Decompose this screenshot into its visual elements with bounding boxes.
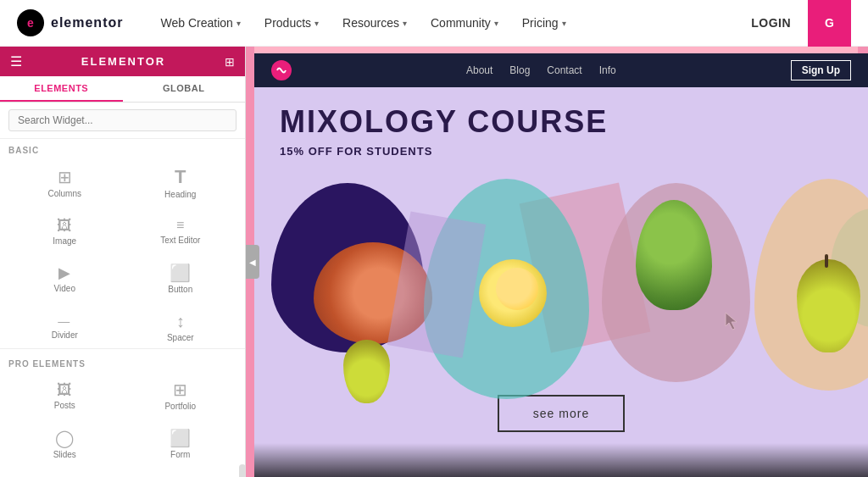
hero-subtitle: 15% OFF FOR STUDENTS	[280, 145, 843, 158]
widget-label: Spacer	[167, 333, 194, 342]
widget-label: Portfolio	[164, 402, 196, 411]
site-link-about[interactable]: About	[466, 64, 492, 76]
chevron-down-icon: ▾	[403, 19, 407, 28]
pro-widgets-grid: 🖼 Posts ⊞ Portfolio ◯ Slides ⬜ Form 👤 ≡	[0, 372, 245, 477]
nav-right: LOGIN G	[734, 0, 851, 47]
nav-community[interactable]: Community ▾	[419, 0, 510, 47]
search-input[interactable]	[8, 109, 236, 131]
columns-icon: ⊞	[58, 169, 72, 186]
widget-button[interactable]: ⬜ Button	[123, 255, 239, 303]
canvas-area: ◀ About Blog Contact Info Sign Up	[246, 47, 868, 477]
logo-text: elementor	[51, 15, 123, 31]
site-navigation: About Blog Contact Info Sign Up	[254, 53, 868, 87]
chevron-down-icon: ▾	[494, 19, 498, 28]
spacer-icon: ↕	[176, 313, 185, 330]
sidebar-tabs: ELEMENTS GLOBAL	[0, 76, 245, 103]
video-icon: ▶	[58, 265, 70, 280]
sidebar-search-area	[0, 103, 245, 139]
widget-form[interactable]: ⬜ Form	[123, 420, 239, 469]
widget-slides[interactable]: ◯ Slides	[7, 420, 123, 469]
widget-label: Text Editor	[160, 236, 200, 245]
get-started-button[interactable]: G	[808, 0, 851, 47]
button-icon: ⬜	[170, 264, 191, 281]
widget-label: Video	[54, 284, 75, 293]
hero-title: MIXOLOGY COURSE	[280, 104, 843, 140]
widget-label: Posts	[54, 401, 75, 410]
section-divider	[0, 348, 245, 349]
small-pear	[343, 340, 390, 403]
site-nav-links: About Blog Contact Info	[317, 64, 765, 76]
basic-section-label: BASIC	[0, 139, 245, 158]
nav-items: Web Creation ▾ Products ▾ Resources ▾ Co…	[148, 0, 734, 47]
main-content: ☰ ELEMENTOR ⊞ ELEMENTS GLOBAL BASIC ⊞ Co…	[0, 47, 868, 477]
widget-portfolio[interactable]: ⊞ Portfolio	[123, 372, 239, 420]
nav-resources[interactable]: Resources ▾	[331, 0, 419, 47]
pro-section-label: PRO ELEMENTS	[0, 352, 245, 372]
widget-label: Slides	[53, 450, 76, 459]
sidebar-brand: ELEMENTOR	[81, 55, 165, 68]
chevron-down-icon: ▾	[562, 19, 566, 28]
form-icon: ⬜	[170, 430, 191, 446]
portfolio-icon: ⊞	[173, 381, 187, 398]
nav-pricing[interactable]: Pricing ▾	[510, 0, 578, 47]
hero-section: MIXOLOGY COURSE 15% OFF FOR STUDENTS	[254, 87, 868, 477]
widget-label: Image	[53, 236, 76, 246]
menu-icon[interactable]: ☰	[10, 53, 22, 69]
nav-products[interactable]: Products ▾	[253, 0, 331, 47]
widget-label: Columns	[48, 189, 81, 198]
sidebar-top-bar: ☰ ELEMENTOR ⊞	[0, 47, 245, 76]
tab-elements[interactable]: ELEMENTS	[0, 76, 123, 102]
widget-video[interactable]: ▶ Video	[7, 255, 123, 303]
widget-label: Heading	[164, 190, 196, 199]
logo-icon: e	[17, 9, 44, 36]
posts-icon: 🖼	[57, 382, 72, 397]
image-icon: 🖼	[57, 218, 72, 233]
login-button[interactable]: LOGIN	[734, 0, 808, 47]
site-link-info[interactable]: Info	[599, 64, 616, 76]
widget-user[interactable]: 👤	[7, 469, 123, 477]
widget-label: Button	[168, 285, 192, 294]
site-link-contact[interactable]: Contact	[547, 64, 581, 76]
divider-icon: —	[58, 315, 71, 327]
widget-text-editor[interactable]: ≡ Text Editor	[123, 208, 239, 255]
widget-columns[interactable]: ⊞ Columns	[7, 158, 123, 208]
widget-label: Form	[170, 450, 190, 459]
basic-widgets-grid: ⊞ Columns T Heading 🖼 Image ≡ Text Edito…	[0, 158, 245, 345]
top-navigation: e elementor Web Creation ▾ Products ▾ Re…	[0, 0, 868, 47]
grid-icon[interactable]: ⊞	[225, 55, 235, 69]
text-editor-icon: ≡	[176, 219, 184, 232]
widget-spacer[interactable]: ↕ Spacer	[123, 303, 239, 345]
slides-icon: ◯	[55, 430, 74, 446]
nav-web-creation[interactable]: Web Creation ▾	[148, 0, 252, 47]
site-logo-icon	[271, 60, 292, 80]
heading-icon: T	[175, 168, 186, 186]
website-mockup: About Blog Contact Info Sign Up MIXOLOGY…	[254, 53, 868, 477]
logo-area[interactable]: e elementor	[17, 9, 123, 36]
chevron-down-icon: ▾	[236, 19, 241, 28]
chevron-down-icon: ▾	[314, 19, 319, 28]
widget-image[interactable]: 🖼 Image	[7, 208, 123, 255]
tab-global[interactable]: GLOBAL	[123, 76, 246, 102]
logo-e: e	[27, 16, 34, 30]
canvas-left-arrow[interactable]: ◀	[246, 245, 259, 279]
sidebar: ☰ ELEMENTOR ⊞ ELEMENTS GLOBAL BASIC ⊞ Co…	[0, 47, 246, 477]
site-link-blog[interactable]: Blog	[509, 64, 530, 76]
site-signup-button[interactable]: Sign Up	[791, 60, 851, 80]
widget-heading[interactable]: T Heading	[123, 158, 239, 208]
yellow-ball	[496, 268, 538, 310]
fruit-cards-area	[280, 175, 843, 412]
widget-label: Divider	[52, 330, 78, 340]
sidebar-resize-handle[interactable]	[239, 464, 246, 477]
pear-stem	[825, 254, 828, 268]
widget-list[interactable]: ≡	[123, 469, 239, 477]
widget-divider[interactable]: — Divider	[7, 303, 123, 345]
widget-posts[interactable]: 🖼 Posts	[7, 372, 123, 420]
